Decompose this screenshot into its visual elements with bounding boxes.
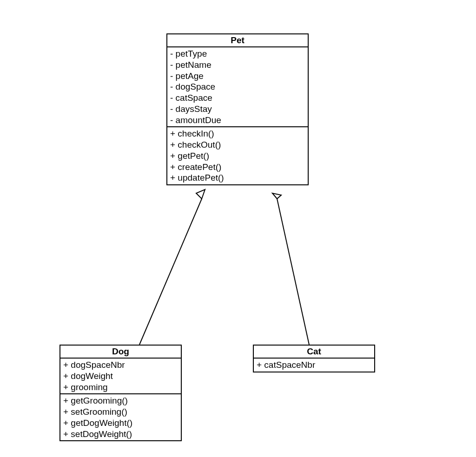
method-row: + getGrooming() xyxy=(63,395,178,406)
inheritance-cat-to-pet xyxy=(272,193,309,345)
attribute-row: + grooming xyxy=(63,382,178,393)
method-row: + checkIn() xyxy=(170,128,305,139)
svg-line-0 xyxy=(139,199,202,345)
attribute-row: - petType xyxy=(170,48,305,59)
class-cat-title: Cat xyxy=(254,346,374,359)
class-dog-methods: + getGrooming() + setGrooming() + getDog… xyxy=(60,394,181,440)
method-row: + createPet() xyxy=(170,162,305,173)
svg-marker-3 xyxy=(272,193,281,199)
method-row: + getPet() xyxy=(170,150,305,162)
svg-line-2 xyxy=(277,199,309,345)
class-pet-attributes: - petType - petName - petAge - dogSpace … xyxy=(167,47,308,127)
method-row: + getDogWeight() xyxy=(63,418,178,429)
class-dog: Dog + dogSpaceNbr + dogWeight + grooming… xyxy=(60,345,182,441)
class-dog-attributes: + dogSpaceNbr + dogWeight + grooming xyxy=(60,359,181,394)
class-pet-title: Pet xyxy=(167,34,308,47)
attribute-row: - amountDue xyxy=(170,115,305,126)
method-row: + updatePet() xyxy=(170,172,305,183)
attribute-row: - daysStay xyxy=(170,104,305,115)
class-pet: Pet - petType - petName - petAge - dogSp… xyxy=(166,33,309,185)
attribute-row: - catSpace xyxy=(170,92,305,104)
attribute-row: + dogSpaceNbr xyxy=(63,359,178,371)
class-pet-methods: + checkIn() + checkOut() + getPet() + cr… xyxy=(167,127,308,184)
attribute-row: - petAge xyxy=(170,71,305,82)
class-cat-attributes: + catSpaceNbr xyxy=(254,359,374,372)
method-row: + setDogWeight() xyxy=(63,429,178,440)
attribute-row: + dogWeight xyxy=(63,371,178,382)
class-cat: Cat + catSpaceNbr xyxy=(253,345,375,372)
attribute-row: - dogSpace xyxy=(170,81,305,92)
inheritance-dog-to-pet xyxy=(139,189,205,345)
class-dog-title: Dog xyxy=(60,346,181,359)
method-row: + checkOut() xyxy=(170,139,305,150)
method-row: + setGrooming() xyxy=(63,406,178,418)
attribute-row: - petName xyxy=(170,59,305,71)
attribute-row: + catSpaceNbr xyxy=(257,359,371,371)
svg-marker-1 xyxy=(196,189,205,199)
